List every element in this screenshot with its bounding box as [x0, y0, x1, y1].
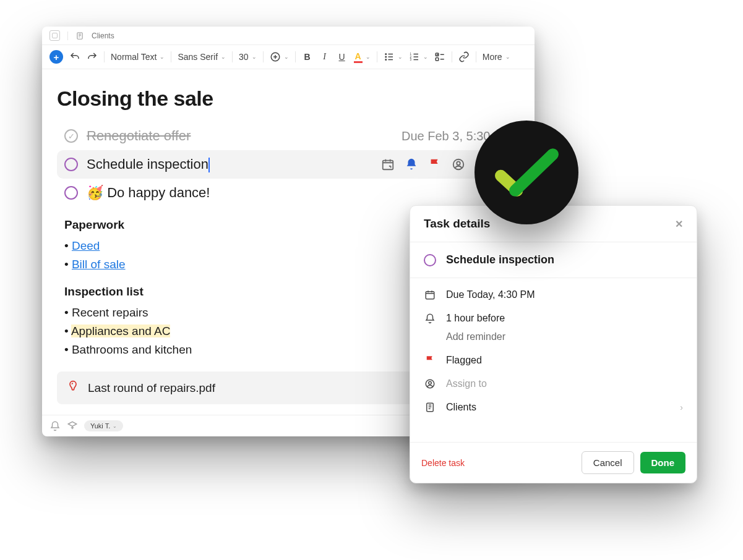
- svg-point-2: [385, 54, 387, 55]
- divider: [104, 51, 105, 62]
- font-size-dropdown[interactable]: 30⌄: [239, 52, 257, 62]
- svg-point-18: [429, 381, 432, 384]
- pdf-icon: [67, 380, 79, 396]
- task-row-completed[interactable]: Renegotiate offer Due Feb 3, 5:30 PM: [57, 122, 520, 150]
- delete-task-button[interactable]: Delete task: [421, 458, 465, 468]
- editor-toolbar: + Normal Text⌄ Sans Serif⌄ 30⌄ ⌄ B I U A…: [42, 45, 535, 69]
- attachment-filename: Last round of repairs.pdf: [88, 381, 215, 395]
- flag-icon: [424, 355, 436, 366]
- checkmark-badge: [475, 121, 578, 224]
- divider: [171, 51, 171, 62]
- task-text[interactable]: Renegotiate offer: [87, 128, 393, 144]
- bullet-list-icon: [384, 51, 395, 62]
- cancel-button[interactable]: Cancel: [582, 451, 634, 474]
- task-text[interactable]: Schedule inspection: [87, 156, 372, 172]
- task-row[interactable]: 🥳 Do happy dance!: [57, 179, 520, 207]
- highlighted-text[interactable]: Appliances and AC: [71, 325, 171, 337]
- flagged-row[interactable]: Flagged: [410, 349, 697, 372]
- note-icon: [424, 402, 436, 413]
- note-link-row[interactable]: Clients ›: [410, 396, 697, 419]
- bullet-list-dropdown[interactable]: ⌄: [384, 51, 403, 62]
- svg-point-4: [385, 59, 387, 61]
- task-details-panel: Task details ✕ Schedule inspection Due T…: [410, 205, 697, 483]
- add-reminder-row[interactable]: Add reminder: [410, 330, 697, 349]
- task-text[interactable]: 🥳 Do happy dance!: [87, 185, 512, 201]
- task-checkbox-icon[interactable]: [64, 158, 78, 171]
- due-date-icon[interactable]: [381, 158, 395, 171]
- font-family-dropdown[interactable]: Sans Serif⌄: [178, 52, 226, 62]
- document-title[interactable]: Closing the sale: [57, 87, 520, 111]
- svg-rect-9: [436, 58, 439, 61]
- divider: [263, 51, 264, 62]
- redo-icon[interactable]: [87, 51, 98, 62]
- insert-plus-dropdown[interactable]: ⌄: [270, 51, 289, 62]
- assign-row[interactable]: Assign to: [410, 372, 697, 396]
- checklist-icon[interactable]: [434, 51, 445, 62]
- bell-icon: [424, 313, 436, 324]
- flag-icon[interactable]: [428, 158, 442, 171]
- underline-icon[interactable]: U: [337, 51, 348, 62]
- paragraph-style-dropdown[interactable]: Normal Text⌄: [111, 52, 165, 62]
- svg-point-3: [385, 56, 387, 57]
- plus-circle-icon: [270, 51, 281, 62]
- svg-text:3: 3: [410, 58, 411, 61]
- calendar-icon: [424, 289, 436, 300]
- app-switcher-icon[interactable]: [49, 30, 60, 41]
- add-tag-icon[interactable]: [67, 420, 78, 431]
- person-icon: [424, 378, 436, 389]
- svg-point-12: [457, 162, 460, 166]
- bold-icon[interactable]: B: [302, 51, 313, 62]
- reminder-row[interactable]: 1 hour before: [410, 307, 697, 330]
- chevron-right-icon: ›: [680, 402, 683, 412]
- italic-icon[interactable]: I: [319, 51, 330, 62]
- done-button[interactable]: Done: [640, 452, 686, 473]
- divider: [295, 51, 296, 62]
- task-checkbox-icon[interactable]: [424, 254, 436, 266]
- panel-rows: Due Today, 4:30 PM 1 hour before Add rem…: [410, 278, 697, 442]
- more-dropdown[interactable]: More⌄: [483, 52, 510, 62]
- link[interactable]: Bill of sale: [72, 258, 126, 271]
- panel-footer: Delete task Cancel Done: [410, 442, 697, 483]
- link-icon[interactable]: [458, 51, 470, 62]
- task-checkbox-done-icon[interactable]: [64, 129, 78, 143]
- panel-title: Task details: [424, 217, 490, 231]
- checkmark-icon: [494, 145, 559, 200]
- task-checkbox-icon[interactable]: [64, 186, 78, 200]
- task-title[interactable]: Schedule inspection: [446, 253, 554, 266]
- task-title-row[interactable]: Schedule inspection: [410, 242, 697, 278]
- svg-rect-16: [426, 292, 434, 299]
- reminder-icon[interactable]: [405, 158, 418, 171]
- divider: [476, 51, 476, 62]
- tab-title[interactable]: Clients: [92, 32, 114, 40]
- close-icon[interactable]: ✕: [675, 218, 683, 230]
- note-icon: [75, 32, 84, 40]
- divider: [377, 51, 377, 62]
- divider: [67, 32, 68, 40]
- due-date-row[interactable]: Due Today, 4:30 PM: [410, 283, 697, 307]
- numbered-list-dropdown[interactable]: 123 ⌄: [409, 51, 428, 62]
- divider: [232, 51, 233, 62]
- divider: [452, 51, 452, 62]
- assign-icon[interactable]: [452, 158, 465, 171]
- undo-icon[interactable]: [69, 51, 80, 62]
- text-cursor: [208, 158, 210, 172]
- numbered-list-icon: 123: [409, 51, 420, 62]
- author-chip[interactable]: Yuki T.⌄: [84, 420, 123, 431]
- notification-icon[interactable]: [49, 420, 61, 431]
- text-color-dropdown[interactable]: A⌄: [354, 51, 371, 63]
- svg-rect-10: [383, 161, 393, 170]
- task-row-active[interactable]: Schedule inspection: [57, 150, 520, 179]
- insert-button[interactable]: +: [49, 50, 63, 64]
- link[interactable]: Deed: [72, 239, 100, 252]
- tab-bar: Clients: [42, 27, 535, 45]
